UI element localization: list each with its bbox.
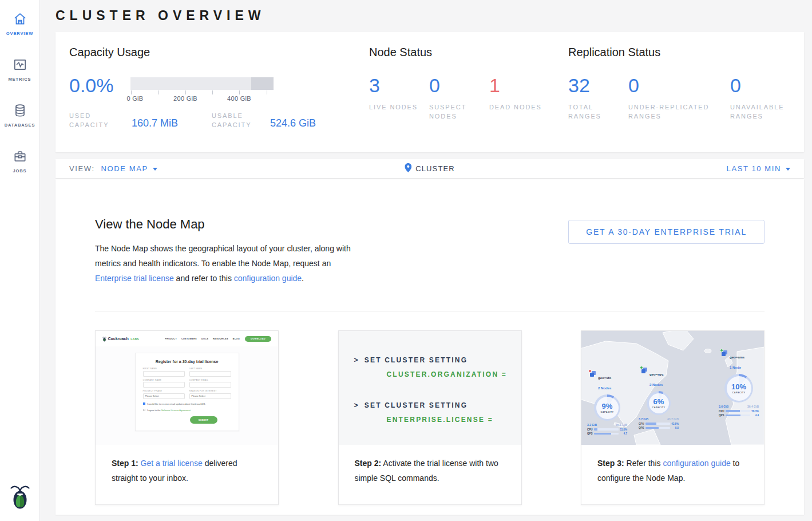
sidebar-item-jobs[interactable]: JOBS [0,145,39,191]
sidebar-item-label: DATABASES [5,123,35,128]
dead-nodes-label: DEAD NODES [489,102,546,112]
mini-field-select: Please Select [189,393,231,399]
metrics-chart-icon [13,57,27,72]
sql-prompt: > [354,401,359,409]
map-node-nyc: geo=nyc 2 Nodes 6% CAPACITY 3.7 GiB [639,368,679,429]
unavailable-ranges-label: UNAVAILABLE RANGES [730,102,787,121]
sidebar-item-label: OVERVIEW [6,31,34,36]
total-ranges-value: 32 [568,75,628,96]
sql-statement: >SET CLUSTER SETTING CLUSTER.ORGANIZATIO… [354,356,521,378]
mini-field-input [189,371,231,377]
map-node-ams: geo=ams 1 Node 10% CAPACITY 3.6 GiB [719,350,759,417]
mini-logo-suffix: LABS [130,337,139,341]
mini-field-label: LAST NAME [189,368,231,370]
mini-license-agreement-checkbox-row: I agree to the Software License Agreemen… [143,409,231,412]
sidebar-item-databases[interactable]: DATABASES [0,100,39,145]
node-map-panel: View the Node Map The Node Map shows the… [56,179,804,515]
get-trial-license-link[interactable]: Get a trial license [141,459,203,468]
mini-nav-item: PRODUCT [165,338,177,340]
dead-nodes-stat: 1 DEAD NODES [489,75,549,121]
used-capacity-value: 160.7 MiB [132,117,212,129]
live-nodes-value: 3 [369,75,429,96]
capacity-donut: 10% CAPACITY [724,374,753,402]
registration-page-screenshot: Cockroach LABS PRODUCT CUSTOMERS DOCS RE… [96,331,278,445]
cpu-value: 42.5% [671,423,679,425]
step-2-card: >SET CLUSTER SETTING CLUSTER.ORGANIZATIO… [338,330,522,505]
under-replicated-ranges-stat: 0 UNDER-REPLICATED RANGES [628,75,730,121]
view-selector-value: NODE MAP [101,164,148,173]
sql-command: SET CLUSTER SETTING [365,401,468,409]
sidebar-item-metrics[interactable]: METRICS [0,54,39,100]
sidebar-item-overview[interactable]: OVERVIEW [0,8,39,54]
enterprise-trial-license-link[interactable]: Enterprise trial license [95,274,174,283]
used-capacity: 3.7 GiB [639,417,648,421]
capacity-axis-labels: 0 GiB 200 GiB 400 GiB [130,95,274,104]
mini-site-nav: PRODUCT CUSTOMERS DOCS RESOURCES BLOG [165,338,240,340]
under-replicated-ranges-label: UNDER-REPLICATED RANGES [628,102,724,121]
qps-label: QPS [639,427,644,429]
sql-setting-name: ENTERPRISE.LICENSE = [387,416,521,424]
qps-value: 0.0 [671,427,679,429]
description-text: The Node Map shows the geographical layo… [95,244,351,268]
unavailable-ranges-value: 0 [730,75,790,96]
node-map-preview-image: geo=sfo 2 Nodes 9% CAPACITY 3.2 GiB [581,331,764,445]
mini-nav-item: RESOURCES [213,338,228,340]
capacity-label: CAPACITY [652,406,665,409]
step-2-caption: Step 2: Activate the trial license with … [339,445,521,486]
suspect-nodes-label: SUSPECT NODES [429,102,486,121]
used-capacity-label: USED CAPACITY [69,111,132,129]
briefcase-icon [13,149,27,164]
capacity-usage-section: Capacity Usage 0.0% 0 GiB 200 GiB 400 Gi… [69,46,369,152]
get-enterprise-trial-button[interactable]: GET A 30-DAY ENTERPRISE TRIAL [568,220,765,244]
cluster-summary-card: Capacity Usage 0.0% 0 GiB 200 GiB 400 Gi… [56,32,804,152]
dead-nodes-value: 1 [489,75,549,96]
cpu-label: CPU [587,428,593,431]
cpu-label: CPU [639,423,644,425]
capacity-percent: 9% [600,402,613,411]
total-ranges-label: TOTAL RANGES [568,102,625,121]
configuration-guide-link[interactable]: configuration guide [663,459,730,468]
locality-node-count: 1 Node [730,366,741,369]
unavailable-ranges-stat: 0 UNAVAILABLE RANGES [730,75,790,121]
node-status-dead-icon [588,369,592,373]
used-capacity: 3.2 GiB [587,423,597,427]
checkbox-checked-icon [143,402,146,405]
view-label: VIEW: [69,164,95,173]
page-title: CLUSTER OVERVIEW [56,8,804,23]
view-toolbar: VIEW: NODE MAP CLUSTER LAST 10 MIN [56,159,804,178]
capacity-axis-ticks [130,90,274,95]
mini-site-body: Register for a 30-day trial license FIRS… [96,346,278,445]
capacity-used-percent: 0.0% [69,75,130,104]
sql-statement: >SET CLUSTER SETTING ENTERPRISE.LICENSE … [354,401,521,424]
capacity-usage-title: Capacity Usage [69,46,369,59]
sidebar-item-label: JOBS [13,168,26,173]
qps-label: QPS [587,432,593,435]
replication-status-title: Replication Status [568,46,790,59]
mini-field-input [189,382,231,388]
qps-label: QPS [719,414,724,417]
locality-node-count: 2 Nodes [649,383,663,386]
mini-nav-item: CUSTOMERS [181,338,197,340]
mini-checkbox-label: I would like to receive email updates ab… [147,402,205,405]
node-map-heading: View the Node Map [95,217,369,232]
capacity-label: CAPACITY [731,392,746,394]
node-status-title: Node Status [369,46,568,59]
capacity-bar-reserved-segment [251,77,274,90]
capacity-percent: 6% [652,397,665,406]
checkbox-unchecked-icon [143,409,146,412]
breadcrumb: CLUSTER [405,163,454,174]
description-text: . [302,274,304,283]
step-1-caption: Step 1: Get a trial license delivered st… [96,445,278,486]
capacity-donut: 6% CAPACITY [647,391,671,415]
section-divider [95,311,765,311]
step-3-card: geo=sfo 2 Nodes 9% CAPACITY 3.2 GiB [581,330,765,505]
time-range-dropdown[interactable]: LAST 10 MIN [727,164,790,173]
description-text: and refer to this [174,274,234,283]
step-1-card: Cockroach LABS PRODUCT CUSTOMERS DOCS RE… [95,330,279,505]
locality-name: geo=ams [730,356,744,359]
axis-tick-label: 0 GiB [126,95,143,102]
under-replicated-ranges-value: 0 [628,75,730,96]
view-selector-dropdown[interactable]: NODE MAP [101,164,157,173]
node-map-description: The Node Map shows the geographical layo… [95,241,369,286]
configuration-guide-link[interactable]: configuration guide [234,274,302,283]
